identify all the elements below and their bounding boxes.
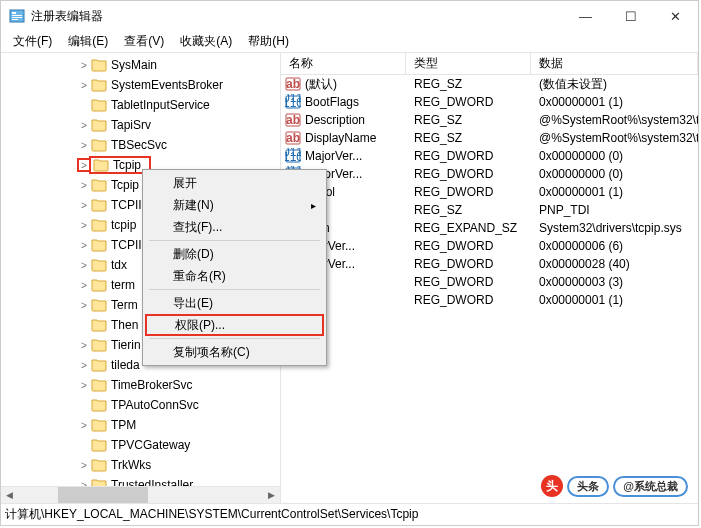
menu-view[interactable]: 查看(V) [116, 31, 172, 52]
list-pane[interactable]: 名称 类型 数据 ab(默认)REG_SZ(数值未设置)011110BootFl… [281, 53, 698, 503]
value-name: MajorVer... [305, 149, 406, 163]
folder-icon [91, 138, 107, 152]
list-row[interactable]: abPathREG_EXPAND_SZSystem32\drivers\tcpi… [281, 219, 698, 237]
tree-item[interactable]: >SysMain [41, 55, 280, 75]
ctx-export[interactable]: 导出(E) [145, 292, 324, 314]
tree-item[interactable]: >SystemEventsBroker [41, 75, 280, 95]
value-type: REG_SZ [406, 203, 531, 217]
list-row[interactable]: 011110MajorVer...REG_DWORD0x00000000 (0) [281, 147, 698, 165]
chevron-icon[interactable]: > [77, 418, 91, 432]
chevron-icon[interactable]: > [77, 198, 91, 212]
menu-file[interactable]: 文件(F) [5, 31, 60, 52]
tree-item[interactable]: TPAutoConnSvc [41, 395, 280, 415]
tree-item-label: tcpip [111, 218, 136, 232]
chevron-icon[interactable]: > [77, 78, 91, 92]
chevron-icon[interactable]: > [77, 278, 91, 292]
list-row[interactable]: abDisplayNameREG_SZ@%SystemRoot%\system3… [281, 129, 698, 147]
value-data: 0x00000006 (6) [531, 239, 698, 253]
value-data: PNP_TDI [531, 203, 698, 217]
maximize-button[interactable]: ☐ [608, 1, 653, 31]
chevron-icon[interactable]: > [77, 138, 91, 152]
menu-edit[interactable]: 编辑(E) [60, 31, 116, 52]
chevron-icon[interactable]: > [77, 338, 91, 352]
list-row[interactable]: 011110MinorVer...REG_DWORD0x00000000 (0) [281, 165, 698, 183]
list-row[interactable]: 011110REG_DWORD0x00000001 (1) [281, 291, 698, 309]
column-name[interactable]: 名称 [281, 53, 406, 74]
tree-item[interactable]: TabletInputService [41, 95, 280, 115]
chevron-icon[interactable]: > [77, 358, 91, 372]
list-row[interactable]: 011110REG_DWORD0x00000003 (3) [281, 273, 698, 291]
chevron-icon[interactable] [77, 438, 91, 452]
list-row[interactable]: abDescriptionREG_SZ@%SystemRoot%\system3… [281, 111, 698, 129]
chevron-icon[interactable]: > [77, 178, 91, 192]
menu-help[interactable]: 帮助(H) [240, 31, 297, 52]
tree-item[interactable]: >TrkWks [41, 455, 280, 475]
chevron-icon[interactable] [77, 398, 91, 412]
tree-item[interactable]: TPVCGateway [41, 435, 280, 455]
ctx-copy-key-name[interactable]: 复制项名称(C) [145, 341, 324, 363]
scroll-right-icon[interactable]: ▶ [263, 487, 280, 504]
tree-item-label: TabletInputService [111, 98, 210, 112]
folder-icon [91, 178, 107, 192]
folder-icon [91, 358, 107, 372]
chevron-icon[interactable] [77, 98, 91, 112]
list-row[interactable]: 011110lajorVer...REG_DWORD0x00000006 (6) [281, 237, 698, 255]
statusbar-path: 计算机\HKEY_LOCAL_MACHINE\SYSTEM\CurrentCon… [5, 506, 418, 523]
tree-item[interactable]: >TapiSrv [41, 115, 280, 135]
chevron-icon[interactable]: > [77, 458, 91, 472]
list-row[interactable]: ab(默认)REG_SZ(数值未设置) [281, 75, 698, 93]
tree-item[interactable]: >TBSecSvc [41, 135, 280, 155]
tree-hscrollbar[interactable]: ◀ ▶ [1, 486, 280, 503]
value-name: Description [305, 113, 406, 127]
value-data: System32\drivers\tcpip.sys [531, 221, 698, 235]
close-button[interactable]: ✕ [653, 1, 698, 31]
context-menu: 展开 新建(N) 查找(F)... 删除(D) 重命名(R) 导出(E) 权限(… [142, 169, 327, 366]
chevron-icon[interactable]: > [77, 118, 91, 132]
list-row[interactable]: 011110linorVer...REG_DWORD0x00000028 (40… [281, 255, 698, 273]
tree-item-label: Then [111, 318, 138, 332]
chevron-icon[interactable]: > [77, 238, 91, 252]
ctx-permissions[interactable]: 权限(P)... [145, 314, 324, 336]
list-row[interactable]: 011110BootFlagsREG_DWORD0x00000001 (1) [281, 93, 698, 111]
tree-item-label: TimeBrokerSvc [111, 378, 193, 392]
scroll-left-icon[interactable]: ◀ [1, 487, 18, 504]
svg-text:ab: ab [286, 77, 300, 91]
chevron-icon[interactable]: > [77, 298, 91, 312]
folder-icon [91, 458, 107, 472]
svg-text:ab: ab [286, 113, 300, 127]
chevron-icon[interactable]: > [77, 378, 91, 392]
tree-item-label: SysMain [111, 58, 157, 72]
value-type: REG_SZ [406, 113, 531, 127]
column-type[interactable]: 类型 [406, 53, 531, 74]
ctx-delete[interactable]: 删除(D) [145, 243, 324, 265]
minimize-button[interactable]: — [563, 1, 608, 31]
svg-text:110: 110 [285, 96, 301, 110]
menu-favorites[interactable]: 收藏夹(A) [172, 31, 240, 52]
chevron-icon[interactable]: > [77, 258, 91, 272]
tree-item-label: Tierin [111, 338, 141, 352]
titlebar[interactable]: 注册表编辑器 — ☐ ✕ [1, 1, 698, 31]
value-type: REG_SZ [406, 131, 531, 145]
ctx-new[interactable]: 新建(N) [145, 194, 324, 216]
ctx-find[interactable]: 查找(F)... [145, 216, 324, 238]
window-controls: — ☐ ✕ [563, 1, 698, 31]
chevron-icon[interactable]: > [77, 218, 91, 232]
tree-item-label: Tcpip [111, 178, 139, 192]
value-type: REG_DWORD [406, 257, 531, 271]
string-value-icon: ab [285, 130, 301, 146]
tree-item[interactable]: >TPM [41, 415, 280, 435]
tree-item-label: Tcpip [113, 158, 141, 172]
chevron-icon[interactable] [77, 318, 91, 332]
app-icon [9, 8, 25, 24]
ctx-expand[interactable]: 展开 [145, 172, 324, 194]
list-row[interactable]: abREG_SZPNP_TDI [281, 201, 698, 219]
column-data[interactable]: 数据 [531, 53, 698, 74]
list-row[interactable]: 011110ontrolREG_DWORD0x00000001 (1) [281, 183, 698, 201]
value-data: @%SystemRoot%\system32\tc [531, 131, 698, 145]
chevron-icon[interactable]: > [77, 58, 91, 72]
ctx-rename[interactable]: 重命名(R) [145, 265, 324, 287]
watermark-text1: 头条 [567, 476, 609, 497]
tree-item[interactable]: >TimeBrokerSvc [41, 375, 280, 395]
binary-value-icon: 011110 [285, 148, 301, 164]
tree-item-label: TCPII [111, 198, 142, 212]
